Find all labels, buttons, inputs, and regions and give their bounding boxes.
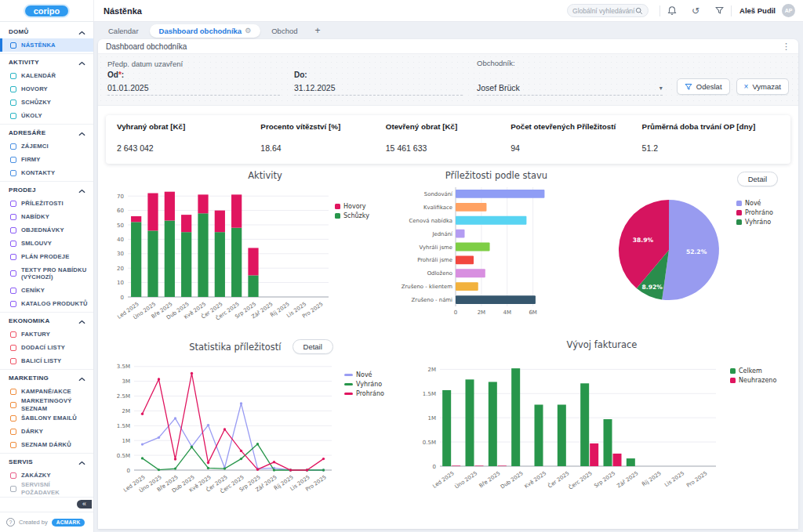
acmark-brand-badge[interactable]: ACMARK: [52, 519, 85, 527]
sidebar-item-servisn-po-adavek[interactable]: SERVISNÍ POŽADAVEK: [0, 482, 93, 495]
opportunities-status-title: Příležitosti podle stavu: [391, 170, 601, 181]
svg-text:Cenová nabídka: Cenová nabídka: [409, 218, 452, 224]
sidebar-item-dodac-listy[interactable]: DODACÍ LISTY: [0, 341, 93, 354]
sidebar-item-label: TEXTY PRO NABÍDKU (VÝCHOZÍ): [21, 266, 90, 280]
sidebar-section-header[interactable]: MARKETING: [0, 371, 93, 385]
legend-label: Schůzky: [343, 212, 369, 219]
svg-text:0: 0: [433, 464, 436, 470]
sidebar-item-katalog-produkt-[interactable]: KATALOG PRODUKTŮ: [0, 297, 93, 310]
sidebar-item-n-st-nka[interactable]: NÁSTĚNKA: [0, 38, 93, 52]
kebab-menu-icon[interactable]: ⋮: [782, 42, 790, 52]
date-from-input[interactable]: 01.01.2025: [107, 81, 280, 96]
sidebar-collapse-button[interactable]: «: [77, 500, 92, 508]
sidebar-section-header[interactable]: AKTIVITY: [0, 55, 93, 69]
sidebar-item-texty-pro-nab-dku-v-choz-[interactable]: TEXTY PRO NABÍDKU (VÝCHOZÍ): [0, 263, 93, 284]
sidebar-item-seznam-d-rk-[interactable]: SEZNAM DÁRKŮ: [0, 438, 93, 451]
company-icon: [10, 157, 16, 163]
calendar-icon: [10, 73, 16, 79]
filter-icon[interactable]: [713, 5, 725, 17]
date-from-label: Od*:: [107, 71, 280, 79]
date-to-input[interactable]: 31.12.2025: [294, 81, 463, 96]
sidebar-item-kalend-[interactable]: KALENDÁŘ: [0, 69, 93, 82]
kpi-summary: Vyhraný obrat [Kč]2 643 042Procento vítě…: [106, 115, 790, 164]
search-icon: [635, 7, 643, 15]
sidebar-item-d-rky[interactable]: DÁRKY: [0, 425, 93, 438]
kpi-value: 15 461 633: [386, 143, 511, 153]
global-search[interactable]: [567, 4, 649, 17]
sidebar-item--koly[interactable]: ÚKOLY: [0, 109, 93, 122]
kpi-item: Procento vítězství [%]18.64: [260, 122, 385, 153]
detail-button[interactable]: Detail: [292, 339, 333, 354]
tab-obchod[interactable]: Obchod: [262, 24, 307, 38]
sidebar-section-header[interactable]: DOMŮ: [0, 24, 93, 38]
sidebar-section-header[interactable]: ADRESÁŘE: [0, 125, 93, 139]
coripo-logo[interactable]: coripo: [25, 5, 69, 16]
kpi-item: Otevřený obrat [Kč]15 461 633: [386, 122, 511, 153]
kpi-item: Vyhraný obrat [Kč]2 643 042: [117, 122, 260, 153]
salesman-select[interactable]: Josef Brück▾: [477, 81, 663, 96]
submit-button[interactable]: Odeslat: [677, 78, 730, 95]
chevron-up-icon[interactable]: [78, 24, 85, 38]
tab-settings-gear-icon[interactable]: ⚙: [245, 27, 251, 34]
sidebar-item-smlouvy[interactable]: SMLOUVY: [0, 237, 93, 250]
sidebar-item-z-jemci[interactable]: ZÁJEMCI: [0, 139, 93, 153]
detail-button[interactable]: Detail: [737, 172, 778, 186]
legend-item: Vyhráno: [736, 219, 773, 226]
new-tab-button[interactable]: +: [309, 25, 327, 36]
sidebar-item-nab-dky[interactable]: NABÍDKY: [0, 210, 93, 223]
chevron-up-icon[interactable]: [78, 125, 85, 139]
chevron-up-icon[interactable]: [78, 183, 85, 197]
legend-swatch: [335, 213, 340, 219]
logo-area: coripo: [0, 0, 94, 21]
chevron-up-icon[interactable]: [78, 55, 85, 69]
legend-label: Hovory: [343, 203, 366, 210]
kpi-value: 18.64: [260, 143, 385, 153]
chevron-down-icon: ▾: [659, 85, 663, 92]
sidebar-item-balic-listy[interactable]: BALICÍ LISTY: [0, 354, 93, 367]
avatar[interactable]: AP: [782, 4, 795, 17]
sidebar-item-firmy[interactable]: FIRMY: [0, 153, 93, 166]
sidebar-item-label: NABÍDKY: [21, 213, 49, 220]
sidebar-item-objedn-vky[interactable]: OBJEDNÁVKY: [0, 223, 93, 237]
tab-dashboard-obchodn-ka[interactable]: Dashboard obchodníka⚙: [150, 24, 261, 38]
sidebar-item--ablony-email-[interactable]: ŠABLONY EMAILŮ: [0, 411, 93, 425]
clear-x-icon: ×: [744, 82, 749, 91]
svg-text:1M: 1M: [122, 438, 131, 444]
sidebar-section-header[interactable]: SERVIS: [0, 454, 93, 469]
sidebar-section-header[interactable]: PRODEJ: [0, 183, 93, 197]
chevron-up-icon[interactable]: [78, 371, 85, 385]
chevron-up-icon[interactable]: [78, 454, 85, 469]
notifications-bell-icon[interactable]: [666, 5, 678, 17]
sidebar-item-faktury[interactable]: FAKTURY: [0, 328, 93, 341]
tab-label: Dashboard obchodníka: [159, 27, 242, 35]
sidebar-item-kontakty[interactable]: KONTAKTY: [0, 166, 93, 179]
sidebar-item-sch-zky[interactable]: SCHŮZKY: [0, 96, 93, 109]
search-input[interactable]: [572, 7, 635, 15]
sidebar-item-pl-n-prodeje[interactable]: PLÁN PRODEJE: [0, 250, 93, 263]
sidebar-item-zak-zky[interactable]: ZAKÁZKY: [0, 469, 93, 482]
clear-button[interactable]: × Vymazat: [736, 78, 789, 95]
sidebar-item-hovory[interactable]: HOVORY: [0, 82, 93, 96]
kpi-label: Počet otevřených Příležitostí: [511, 122, 641, 131]
legend-label: Nové: [745, 200, 761, 207]
svg-text:0: 0: [454, 309, 457, 316]
sidebar-section: MARKETINGKAMPANĚ/AKCEMARKETINGOVÝ SEZNAM…: [0, 370, 93, 454]
sidebar-item-p-le-itosti[interactable]: PŘÍLEŽITOSTI: [0, 197, 93, 210]
sidebar-item-kampan-akce[interactable]: KAMPANĚ/AKCE: [0, 385, 93, 398]
svg-text:Čerc 2025: Čerc 2025: [567, 469, 594, 490]
gift-icon: [10, 429, 16, 435]
sidebar-section-header[interactable]: EKONOMIKA: [0, 313, 93, 328]
sidebar-item-cen-ky[interactable]: CENÍKY: [0, 284, 93, 297]
sidebar-item-marketingov-seznam[interactable]: MARKETINGOVÝ SEZNAM: [0, 398, 93, 411]
dashboard-title: Dashboard obchodníka: [106, 42, 187, 51]
legend-swatch: [736, 210, 742, 215]
phone-icon: [10, 86, 16, 92]
created-by-label: Created by: [19, 519, 48, 526]
chevron-up-icon[interactable]: [78, 313, 85, 328]
user-name[interactable]: Aleš Pudil: [739, 6, 776, 15]
legend-label: Vyhráno: [356, 381, 382, 388]
help-icon[interactable]: ?: [6, 518, 15, 527]
history-icon[interactable]: ↺: [689, 5, 702, 17]
svg-text:Čer 2025: Čer 2025: [547, 469, 571, 489]
tab-calendar[interactable]: Calendar: [99, 24, 148, 38]
